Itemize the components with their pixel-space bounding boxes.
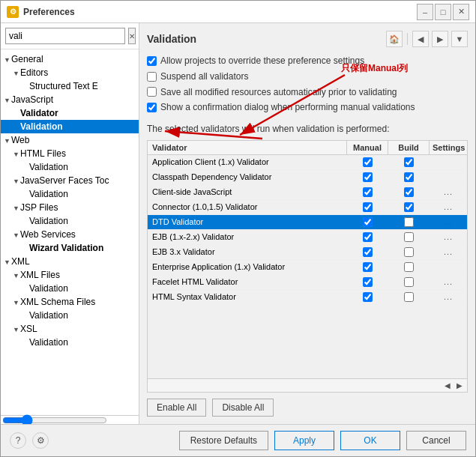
build-checkbox-4[interactable] <box>404 217 414 227</box>
tree-item-web[interactable]: ▼ Web <box>1 133 139 147</box>
table-row[interactable]: Client-side JavaScript... <box>148 185 467 200</box>
horizontal-scrollbar[interactable] <box>2 414 107 425</box>
manual-checkbox-2[interactable] <box>363 187 373 197</box>
cell-manual-1 <box>347 170 388 184</box>
tree-item-validation-xml[interactable]: Validation <box>1 282 139 295</box>
tree-item-xml-files[interactable]: ▼ XML Files <box>1 268 139 282</box>
tree-item-xsl[interactable]: ▼ XSL <box>1 322 139 336</box>
tree-item-editors[interactable]: ▼ Editors <box>1 66 139 79</box>
build-checkbox-1[interactable] <box>404 172 414 182</box>
build-checkbox-2[interactable] <box>404 187 414 197</box>
cell-settings-5[interactable]: ... <box>430 230 467 243</box>
tree-item-validation-html[interactable]: Validation <box>1 160 139 174</box>
checkbox-suspend-all[interactable] <box>147 72 157 82</box>
settings-dots-3[interactable]: ... <box>444 202 453 211</box>
build-checkbox-8[interactable] <box>404 277 414 287</box>
tree-item-validation-xsd[interactable]: Validation <box>1 309 139 322</box>
scroll-left-icon[interactable]: ◀ <box>442 381 454 390</box>
help-button[interactable]: ? <box>10 432 26 449</box>
build-checkbox-6[interactable] <box>404 247 414 257</box>
cell-manual-6 <box>347 245 388 259</box>
manual-checkbox-9[interactable] <box>363 292 373 302</box>
tree-label-web-services: Web Services <box>20 229 76 240</box>
tree-item-validator[interactable]: Validator <box>1 106 139 120</box>
ok-button[interactable]: OK <box>340 431 400 450</box>
tree-item-validation[interactable]: Validation <box>1 120 139 133</box>
table-row[interactable]: EJB 3.x Validator... <box>148 245 467 260</box>
tree-item-html-files[interactable]: ▼ HTML Files <box>1 147 139 160</box>
manual-checkbox-6[interactable] <box>363 247 373 257</box>
settings-dots-2[interactable]: ... <box>444 187 453 196</box>
cell-settings-2[interactable]: ... <box>430 185 467 199</box>
tree-item-jsp-files[interactable]: ▼ JSP Files <box>1 201 139 214</box>
settings-dots-8[interactable]: ... <box>444 277 453 286</box>
tree-item-jsf[interactable]: ▼ JavaServer Faces Toc <box>1 174 139 187</box>
tree-item-wizard-validation[interactable]: Wizard Validation <box>1 241 139 255</box>
title-buttons: – □ ✕ <box>417 4 469 20</box>
checkbox-show-confirm[interactable] <box>147 103 157 112</box>
nav-forward-button[interactable]: ▶ <box>432 31 448 47</box>
build-checkbox-0[interactable] <box>404 157 414 167</box>
tree-item-structured-text[interactable]: Structured Text E <box>1 79 139 93</box>
table-row[interactable]: Facelet HTML Validator... <box>148 275 467 290</box>
search-input[interactable] <box>5 28 125 44</box>
cell-settings-3[interactable]: ... <box>430 200 467 214</box>
tree-item-xml[interactable]: ▼ XML <box>1 255 139 268</box>
manual-checkbox-0[interactable] <box>363 157 373 167</box>
manual-checkbox-4[interactable] <box>363 217 373 227</box>
tree-item-validation-jsp[interactable]: Validation <box>1 214 139 228</box>
expand-arrow-jsp-files: ▼ <box>13 205 20 212</box>
nav-back-button[interactable]: ◀ <box>412 31 429 47</box>
enable-all-button[interactable]: Enable All <box>147 399 206 417</box>
cell-settings-6[interactable]: ... <box>430 245 467 258</box>
table-row[interactable]: Classpath Dependency Validator <box>148 170 467 185</box>
scroll-right-icon[interactable]: ▶ <box>454 381 466 390</box>
settings-dots-6[interactable]: ... <box>444 247 453 256</box>
tree-item-general[interactable]: ▼ General <box>1 52 139 66</box>
expand-arrow-javascript: ▼ <box>4 97 11 104</box>
cell-settings-9[interactable]: ... <box>430 290 467 303</box>
tree-item-xml-schema-files[interactable]: ▼ XML Schema Files <box>1 295 139 309</box>
table-row[interactable]: DTD Validator... <box>148 215 467 230</box>
cell-settings-8[interactable]: ... <box>430 275 467 288</box>
tree-item-validation-xsl[interactable]: Validation <box>1 336 139 349</box>
manual-checkbox-5[interactable] <box>363 232 373 242</box>
build-checkbox-9[interactable] <box>404 292 414 302</box>
table-row[interactable]: HTML Syntax Validator... <box>148 290 467 305</box>
nav-dropdown-button[interactable]: ▼ <box>451 31 468 47</box>
cell-validator-1: Classpath Dependency Validator <box>148 170 347 184</box>
maximize-button[interactable]: □ <box>435 4 451 20</box>
manual-checkbox-3[interactable] <box>363 202 373 212</box>
close-button[interactable]: ✕ <box>453 4 469 20</box>
settings-dots-9[interactable]: ... <box>444 292 453 301</box>
table-row[interactable]: Connector (1.0,1.5) Validator... <box>148 200 467 215</box>
manual-checkbox-7[interactable] <box>363 262 373 272</box>
tree-item-validation-jsf[interactable]: Validation <box>1 187 139 201</box>
settings-dots-4[interactable]: ... <box>444 217 453 226</box>
cancel-button[interactable]: Cancel <box>406 431 466 450</box>
checkbox-save-modified[interactable] <box>147 87 157 97</box>
build-checkbox-7[interactable] <box>404 262 414 272</box>
cell-settings-4[interactable]: ... <box>430 215 467 228</box>
apply-button[interactable]: Apply <box>274 431 334 450</box>
tree-item-web-services[interactable]: ▼ Web Services <box>1 228 139 241</box>
restore-defaults-button[interactable]: Restore Defaults <box>179 431 268 450</box>
table-row[interactable]: Application Client (1.x) Validator <box>148 155 467 170</box>
build-checkbox-5[interactable] <box>404 232 414 242</box>
manual-checkbox-1[interactable] <box>363 172 373 182</box>
tree-item-javascript[interactable]: ▼ JavaScript <box>1 93 139 106</box>
table-row[interactable]: EJB (1.x-2.x) Validator... <box>148 230 467 245</box>
disable-all-button[interactable]: Disable All <box>212 399 274 417</box>
minimize-button[interactable]: – <box>417 4 433 20</box>
nav-home-button[interactable]: 🏠 <box>386 31 403 47</box>
build-checkbox-3[interactable] <box>404 202 414 212</box>
settings-icon-button[interactable]: ⚙ <box>32 432 49 449</box>
table-row[interactable]: Enterprise Application (1.x) Validator <box>148 260 467 275</box>
search-clear-button[interactable]: ✕ <box>128 28 136 44</box>
cell-build-1 <box>388 170 430 184</box>
tree: ▼ General▼ Editors Structured Text E▼ Ja… <box>1 49 139 415</box>
tree-label-validation: Validation <box>20 121 63 132</box>
settings-dots-5[interactable]: ... <box>444 232 453 241</box>
manual-checkbox-8[interactable] <box>363 277 373 287</box>
checkbox-allow-override[interactable] <box>147 56 157 66</box>
